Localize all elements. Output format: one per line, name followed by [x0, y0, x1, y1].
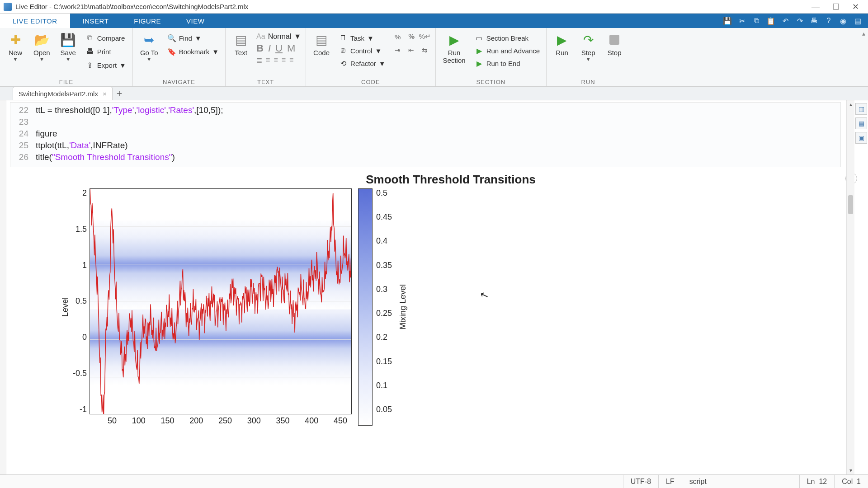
- run-section-button[interactable]: ▶ Run Section: [440, 31, 468, 65]
- run-to-end-icon: ▶: [475, 59, 484, 68]
- group-code: ▤ Code 🗒Task ▼ ⎚Control ▼ ⟲Refactor ▼ % …: [306, 28, 436, 86]
- copy-icon[interactable]: ⧉: [751, 16, 761, 26]
- output-layout-buttons: ▥ ▤ ▣: [855, 103, 867, 144]
- document-body[interactable]: 22ttL = threshold([0 1],'Type','logistic…: [6, 100, 868, 474]
- outdent-icon[interactable]: ⇤: [406, 44, 417, 56]
- bold-button[interactable]: B: [256, 42, 264, 54]
- control-button[interactable]: ⎚Control ▼: [337, 45, 387, 56]
- task-button[interactable]: 🗒Task ▼: [337, 33, 387, 43]
- find-button[interactable]: 🔍Find ▼: [165, 33, 221, 43]
- run-advance-icon: ▶: [475, 46, 484, 55]
- open-button[interactable]: 📂 Open ▼: [31, 31, 53, 63]
- status-encoding[interactable]: UTF-8: [623, 475, 658, 488]
- section-gutter[interactable]: [0, 100, 6, 474]
- wrap-comment-icon[interactable]: %↵: [419, 31, 431, 42]
- tab-insert[interactable]: INSERT: [70, 14, 122, 28]
- group-section: ▶ Run Section ▭Section Break ▶Run and Ad…: [436, 28, 547, 86]
- output-inline-icon[interactable]: ▤: [855, 117, 867, 129]
- output-right-icon[interactable]: ▥: [855, 103, 867, 115]
- run-to-end-button[interactable]: ▶Run to End: [473, 58, 542, 69]
- run-and-advance-button[interactable]: ▶Run and Advance: [473, 45, 542, 56]
- section-break-button[interactable]: ▭Section Break: [473, 33, 542, 43]
- underline-button[interactable]: U: [275, 42, 283, 54]
- group-label-code: CODE: [311, 78, 431, 85]
- tab-live-editor[interactable]: LIVE EDITOR: [0, 14, 70, 28]
- paste-icon[interactable]: 📋: [766, 16, 776, 26]
- tab-view[interactable]: VIEW: [174, 14, 217, 28]
- app-icon: [4, 3, 12, 11]
- print-icon2: 🖶: [85, 47, 94, 56]
- numbered-list-button[interactable]: ≡: [266, 56, 270, 65]
- status-col[interactable]: Col 1: [834, 475, 868, 488]
- scroll-thumb[interactable]: [848, 195, 853, 214]
- bookmark-button[interactable]: 🔖Bookmark ▼: [165, 46, 221, 57]
- collapse-ribbon-icon[interactable]: ▴: [862, 30, 865, 37]
- addons-icon[interactable]: ◉: [838, 16, 848, 26]
- align-center-button[interactable]: ≡: [282, 56, 286, 65]
- print-button[interactable]: 🖶Print: [84, 46, 128, 57]
- save-icon[interactable]: 💾: [722, 16, 732, 26]
- figure-output[interactable]: ↗ Smooth Threshold Transitions Level 2 1…: [61, 173, 841, 426]
- italic-button[interactable]: I: [268, 42, 271, 54]
- open-icon: 📂: [33, 32, 50, 48]
- refactor-button[interactable]: ⟲Refactor ▼: [337, 58, 387, 69]
- ribbon: ▴ ✚ New ▼ 📂 Open ▼ 💾 Save ▼: [0, 28, 868, 87]
- output-hidden-icon[interactable]: ▣: [855, 132, 867, 144]
- close-tab-icon[interactable]: ×: [103, 90, 107, 98]
- monospace-button[interactable]: M: [287, 42, 295, 54]
- comment-percent-icon[interactable]: %: [392, 31, 404, 42]
- tab-figure[interactable]: FIGURE: [121, 14, 174, 28]
- cut-icon[interactable]: ✂: [737, 16, 747, 26]
- quick-access-toolbar: 💾 ✂ ⧉ 📋 ↶ ↷ 🖶 ? ◉ ▤: [722, 14, 868, 28]
- colorbar-ticks: 0.5 0.45 0.4 0.35 0.3 0.25 0.2 0.15 0.1 …: [373, 188, 395, 414]
- document-tab[interactable]: SwitchingModelsPart2.mlx ×: [13, 87, 113, 100]
- undo-icon[interactable]: ↶: [780, 16, 790, 26]
- code-button[interactable]: ▤ Code: [311, 31, 332, 57]
- uncomment-icon[interactable]: %̶: [406, 31, 417, 42]
- help-icon[interactable]: ?: [824, 16, 834, 26]
- toolstrip-tabs: LIVE EDITOR INSERT FIGURE VIEW 💾 ✂ ⧉ 📋 ↶…: [0, 14, 868, 28]
- group-label-file: FILE: [5, 78, 128, 85]
- vertical-scrollbar[interactable]: ▴ ▾: [846, 100, 854, 474]
- new-tab-button[interactable]: ＋: [113, 87, 126, 100]
- group-text: ▤ Text Aa Normal ▼ B I U M ≣ ≡ ≡: [226, 28, 306, 86]
- line-number: 22: [10, 104, 36, 116]
- maximize-button[interactable]: ☐: [832, 2, 840, 12]
- line-number: 23: [10, 116, 36, 128]
- indent-icon[interactable]: ⇥: [392, 44, 404, 56]
- stop-button[interactable]: Stop: [604, 31, 625, 57]
- minimize-button[interactable]: —: [811, 2, 820, 11]
- axes[interactable]: 50 100 150 200 250 300 350 400 450: [90, 188, 352, 426]
- align-right-button[interactable]: ≡: [289, 56, 293, 65]
- compare-button[interactable]: ⧉Compare: [84, 33, 128, 43]
- redo-icon[interactable]: ↷: [795, 16, 805, 26]
- print-icon[interactable]: 🖶: [809, 16, 819, 26]
- group-label-text: TEXT: [230, 78, 301, 85]
- chart-title: Smooth Threshold Transitions: [61, 173, 841, 187]
- step-button[interactable]: ↷ Step ▼: [577, 31, 599, 63]
- scroll-down-icon[interactable]: ▾: [847, 466, 854, 474]
- layout-icon[interactable]: ▤: [853, 16, 863, 26]
- chart-canvas: [90, 188, 352, 414]
- paragraph-style-dropdown[interactable]: Aa Normal ▼: [256, 33, 301, 41]
- text-button[interactable]: ▤ Text: [230, 31, 252, 57]
- goto-button[interactable]: ➥ Go To ▼: [137, 31, 161, 63]
- bulleted-list-button[interactable]: ≣: [256, 56, 262, 65]
- align-left-button[interactable]: ≡: [274, 56, 278, 65]
- smart-indent-icon[interactable]: ⇆: [419, 44, 431, 56]
- save-button[interactable]: 💾 Save ▼: [57, 31, 79, 63]
- window-title: Live Editor - C:\work21b\matlab\toolbox\…: [15, 3, 811, 10]
- export-button[interactable]: ⇪Export ▼: [84, 60, 128, 70]
- code-block[interactable]: 22ttL = threshold([0 1],'Type','logistic…: [10, 102, 841, 167]
- group-label-navigate: NAVIGATE: [137, 78, 221, 85]
- y-axis-label: Level: [61, 297, 70, 317]
- line-number: 24: [10, 128, 36, 140]
- status-eol[interactable]: LF: [658, 475, 682, 488]
- close-button[interactable]: ✕: [852, 2, 859, 12]
- status-filetype[interactable]: script: [682, 475, 799, 488]
- scroll-up-icon[interactable]: ▴: [847, 100, 854, 108]
- status-line[interactable]: Ln 12: [799, 475, 834, 488]
- new-button[interactable]: ✚ New ▼: [5, 31, 26, 63]
- line-number: 25: [10, 140, 36, 151]
- run-button[interactable]: ▶ Run: [551, 31, 573, 57]
